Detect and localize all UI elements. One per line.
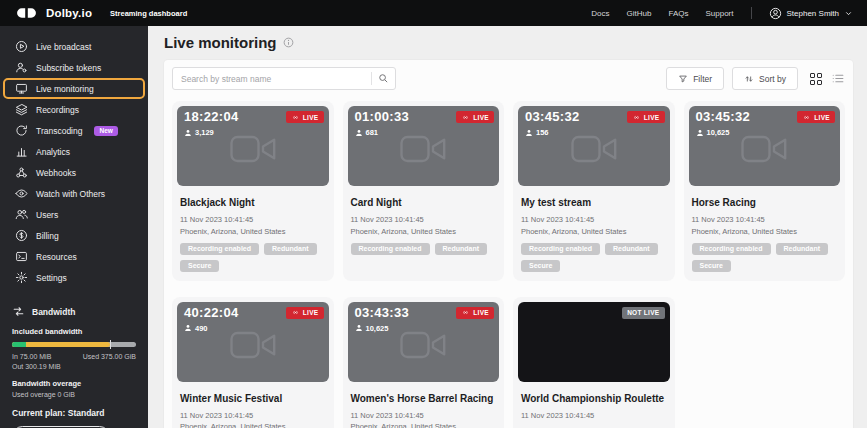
list-view-icon[interactable] xyxy=(831,72,845,85)
current-plan: Current plan: Standard xyxy=(12,408,136,418)
sidebar-item-label: Analytics xyxy=(36,147,70,157)
stream-tag-recording-enabled: Recording enabled xyxy=(180,243,259,255)
topnav: DocsGitHubFAQsSupport xyxy=(591,9,733,18)
stream-duration: 40:22:04 xyxy=(184,305,238,320)
webhook-icon xyxy=(14,166,28,180)
sidebar-item-live-monitoring[interactable]: Live monitoring xyxy=(3,78,145,99)
sidebar-item-label: Live monitoring xyxy=(36,84,94,94)
search-input[interactable] xyxy=(173,74,371,84)
topnav-link-docs[interactable]: Docs xyxy=(591,9,609,18)
monitor-icon xyxy=(14,82,28,96)
sidebar-item-label: Settings xyxy=(36,273,67,283)
viewer-count: 490 xyxy=(184,324,208,333)
user-menu[interactable]: Stephen Smith xyxy=(769,7,853,20)
gear-icon xyxy=(14,271,28,285)
sidebar-item-label: Resources xyxy=(36,252,77,262)
stream-location: Phoenix, Arizona, United States xyxy=(351,422,497,428)
camera-icon xyxy=(230,134,276,164)
viewer-count-value: 156 xyxy=(536,128,549,137)
viewer-count: 10,625 xyxy=(355,324,389,333)
sidebar-item-label: Users xyxy=(36,210,58,220)
sidebar-item-watch-with-others[interactable]: Watch with Others xyxy=(3,183,145,204)
bandwidth-section: Bandwidth Included bandwidth In 75.00 Mi… xyxy=(0,305,148,428)
main-content: Live monitoring Filter xyxy=(148,26,867,428)
stream-tag-recording-enabled: Recording enabled xyxy=(692,243,771,255)
broadcast-icon xyxy=(14,40,28,54)
bar-green xyxy=(12,342,26,347)
stream-tag-redundant: Redundant xyxy=(605,243,658,255)
filter-label: Filter xyxy=(693,74,712,84)
viewer-count-value: 3,129 xyxy=(195,128,214,137)
stream-thumbnail: 18:22:043,129LIVE xyxy=(177,106,329,186)
badge-label: LIVE xyxy=(814,114,830,121)
stream-thumbnail: 03:45:32156LIVE xyxy=(518,106,670,186)
refresh-icon xyxy=(14,124,28,138)
stream-tags: Recording enabledRedundantSecure xyxy=(521,243,667,272)
stream-thumbnail: 01:00:33681LIVE xyxy=(348,106,500,186)
stream-title: Blackjack Night xyxy=(180,197,326,208)
stream-card[interactable]: 03:45:32156LIVEMy test stream11 Nov 2023… xyxy=(513,101,675,281)
stream-card[interactable]: 03:43:3310,625LIVEWomen's Horse Barrel R… xyxy=(343,297,505,428)
stream-card[interactable]: 01:00:33681LIVECard Night11 Nov 2023 10:… xyxy=(343,101,505,281)
bandwidth-arrows-icon xyxy=(12,305,25,318)
stream-title: Horse Racing xyxy=(692,197,838,208)
stream-duration: 18:22:04 xyxy=(184,109,238,124)
sidebar-item-label: Webhooks xyxy=(36,168,76,178)
camera-icon xyxy=(230,330,276,360)
stream-date: 11 Nov 2023 10:41:45 xyxy=(351,215,497,224)
topnav-link-github[interactable]: GitHub xyxy=(627,9,652,18)
sidebar-item-transcoding[interactable]: TranscodingNew xyxy=(3,120,145,141)
stream-tag-secure: Secure xyxy=(180,260,219,272)
sort-button[interactable]: Sort by xyxy=(732,67,798,90)
stream-card[interactable]: NOT LIVEWorld Championship Roulette11 No… xyxy=(513,297,675,428)
sidebar-item-live-broadcast[interactable]: Live broadcast xyxy=(3,36,145,57)
camera-icon xyxy=(400,330,446,360)
sidebar-item-resources[interactable]: Resources xyxy=(3,246,145,267)
stream-date: 11 Nov 2023 10:41:45 xyxy=(180,411,326,420)
stream-card[interactable]: 40:22:04490LIVEWinter Music Festival11 N… xyxy=(172,297,334,428)
stream-location: Phoenix, Arizona, United States xyxy=(521,227,667,236)
bar-amber xyxy=(12,342,110,347)
stream-thumbnail: 40:22:04490LIVE xyxy=(177,302,329,382)
stream-card[interactable]: 18:22:043,129LIVEBlackjack Night11 Nov 2… xyxy=(172,101,334,281)
sidebar-item-settings[interactable]: Settings xyxy=(3,267,145,288)
topnav-divider xyxy=(751,7,752,19)
search-icon[interactable] xyxy=(372,73,395,84)
stream-card[interactable]: 03:45:3210,625LIVEHorse Racing11 Nov 202… xyxy=(684,101,846,281)
sort-label: Sort by xyxy=(759,74,786,84)
included-bandwidth-label: Included bandwidth xyxy=(12,327,136,336)
app-title: Streaming dashboard xyxy=(110,9,187,18)
stream-date: 11 Nov 2023 10:41:45 xyxy=(521,215,667,224)
stream-date: 11 Nov 2023 10:41:45 xyxy=(180,215,326,224)
sidebar-item-label: Transcoding xyxy=(36,126,82,136)
stream-tags: Recording enabledRedundantSecure xyxy=(692,243,838,272)
sidebar-item-billing[interactable]: Billing xyxy=(3,225,145,246)
sidebar-item-webhooks[interactable]: Webhooks xyxy=(3,162,145,183)
sort-icon xyxy=(744,74,754,84)
live-badge: LIVE xyxy=(456,307,494,319)
sidebar-item-subscribe-tokens[interactable]: Subscribe tokens xyxy=(3,57,145,78)
sidebar-item-label: Billing xyxy=(36,231,59,241)
camera-icon xyxy=(571,134,617,164)
viewer-count: 156 xyxy=(525,128,549,137)
subscriber-icon xyxy=(14,61,28,75)
filter-button[interactable]: Filter xyxy=(666,67,724,90)
stream-thumbnail: NOT LIVE xyxy=(518,302,670,382)
bandwidth-progress xyxy=(12,342,136,347)
sidebar-item-analytics[interactable]: Analytics xyxy=(3,141,145,162)
sidebar-item-recordings[interactable]: Recordings xyxy=(3,99,145,120)
stream-title: Card Night xyxy=(351,197,497,208)
grid-view-icon[interactable] xyxy=(810,73,822,85)
live-badge: LIVE xyxy=(286,111,324,123)
stream-tag-secure: Secure xyxy=(521,260,560,272)
badge-label: LIVE xyxy=(473,114,489,121)
viewer-count-value: 10,625 xyxy=(707,128,730,137)
topnav-link-faqs[interactable]: FAQs xyxy=(668,9,688,18)
info-icon[interactable] xyxy=(283,37,294,48)
sidebar-item-users[interactable]: Users xyxy=(3,204,145,225)
bandwidth-in: In 75.00 MiB xyxy=(12,353,51,360)
stream-location: Phoenix, Arizona, United States xyxy=(180,227,326,236)
badge-label: LIVE xyxy=(303,309,319,316)
topnav-link-support[interactable]: Support xyxy=(705,9,733,18)
stream-tag-redundant: Redundant xyxy=(776,243,829,255)
